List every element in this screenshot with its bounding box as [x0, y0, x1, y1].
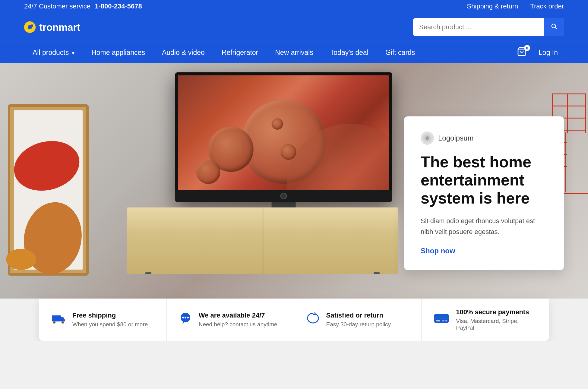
topbar-customer-service: 24/7 Customer service 1-800-234-5678 — [24, 2, 142, 10]
svg-point-35 — [182, 317, 184, 318]
logo-text: tronmart — [39, 21, 80, 33]
logo: tronmart — [24, 21, 80, 33]
tv-neck — [272, 202, 296, 207]
svg-rect-11 — [552, 93, 585, 94]
art-decoration-left — [0, 63, 96, 299]
svg-rect-31 — [52, 315, 61, 321]
nav-item-todays-deal[interactable]: Today's deal — [322, 42, 377, 63]
topbar-links: Shipping & return Track order — [467, 2, 564, 10]
feature-secure: 100% secure payments Visa, Mastercard, S… — [422, 299, 549, 341]
svg-point-10 — [6, 249, 36, 270]
svg-rect-19 — [565, 132, 566, 192]
card-icon — [434, 312, 449, 327]
hero-description: Sit diam odio eget rhoncus volutpat est … — [421, 216, 547, 237]
feature-available: We are available 24/7 Need help? contact… — [167, 299, 294, 341]
topbar: 24/7 Customer service 1-800-234-5678 Shi… — [0, 0, 588, 13]
svg-point-30 — [425, 136, 429, 140]
svg-rect-40 — [436, 320, 440, 321]
search-box[interactable] — [413, 18, 564, 36]
feature-return: Satisfied or return Easy 30-day return p… — [294, 299, 422, 341]
svg-rect-17 — [567, 93, 568, 133]
svg-point-36 — [185, 317, 186, 318]
hero-section: Logoipsum The best home entertainment sy… — [0, 63, 588, 299]
svg-point-3 — [552, 24, 556, 28]
truck-icon — [51, 312, 66, 327]
console-leg-left — [144, 272, 151, 274]
svg-rect-41 — [442, 320, 444, 321]
brand-avatar — [421, 131, 434, 145]
brand-info: Logoipsum — [421, 131, 547, 145]
feature-text-shipping: Free shipping When you spend $80 or more — [72, 312, 148, 328]
search-button[interactable] — [544, 18, 564, 36]
logo-icon — [24, 21, 36, 33]
svg-rect-42 — [445, 320, 447, 321]
cart-badge: 0 — [524, 45, 530, 51]
console-leg-right — [374, 272, 381, 274]
shipping-return-link[interactable]: Shipping & return — [467, 2, 518, 10]
svg-line-4 — [555, 27, 557, 29]
tv-camera — [280, 193, 287, 199]
hero-headline: The best home entertainment system is he… — [421, 153, 547, 207]
tv-console — [127, 207, 398, 274]
bubble-small1 — [196, 160, 220, 184]
svg-point-0 — [24, 21, 36, 33]
chat-icon — [179, 312, 192, 327]
nav-item-home-appliances[interactable]: Home appliances — [83, 42, 153, 63]
svg-point-33 — [62, 321, 64, 324]
cart-button[interactable]: 0 — [511, 43, 533, 63]
hero-info-card: Logoipsum The best home entertainment sy… — [404, 116, 564, 270]
svg-rect-16 — [585, 93, 586, 133]
svg-rect-39 — [434, 317, 449, 319]
nav-item-audio-video[interactable]: Audio & video — [153, 42, 213, 63]
nav-item-gift-cards[interactable]: Gift cards — [377, 42, 423, 63]
console-divider — [263, 207, 264, 274]
chevron-icon — [71, 49, 74, 57]
svg-rect-12 — [552, 106, 585, 106]
svg-point-37 — [187, 317, 189, 318]
nav-item-all-products[interactable]: All products — [24, 42, 83, 63]
brand-name: Logoipsum — [438, 134, 473, 142]
nav-item-refrigerator[interactable]: Refrigerator — [213, 42, 267, 63]
track-order-link[interactable]: Track order — [530, 2, 564, 10]
shop-now-link[interactable]: Shop now — [421, 247, 455, 255]
feature-text-return: Satisfied or return Easy 30-day return p… — [326, 312, 391, 328]
nav: All products Home appliances Audio & vid… — [0, 42, 588, 63]
svg-point-1 — [28, 25, 32, 29]
feature-text-secure: 100% secure payments Visa, Mastercard, S… — [456, 308, 537, 331]
svg-point-2 — [31, 24, 33, 27]
header: tronmart — [0, 13, 588, 42]
feature-text-available: We are available 24/7 Need help? contact… — [199, 312, 277, 328]
search-input[interactable] — [413, 18, 544, 36]
svg-point-32 — [53, 321, 55, 324]
feature-bar: Free shipping When you spend $80 or more… — [39, 299, 549, 341]
login-button[interactable]: Log In — [533, 44, 564, 61]
tv-display-area — [154, 72, 413, 274]
nav-item-new-arrivals[interactable]: New arrivals — [267, 42, 322, 63]
return-icon — [306, 312, 320, 327]
bubble-tiny — [272, 118, 283, 130]
feature-free-shipping: Free shipping When you spend $80 or more — [39, 299, 167, 341]
